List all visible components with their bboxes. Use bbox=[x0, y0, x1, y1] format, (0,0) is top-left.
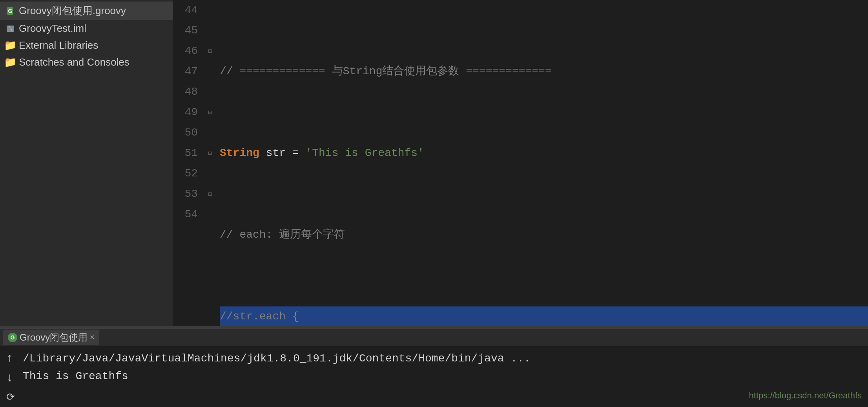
bottom-panel: G Groovy闭包使用 × ↑ ↓ ⟳ /Library/Java/JavaV… bbox=[0, 328, 868, 407]
code-area[interactable]: 44 45 46 47 48 49 50 51 52 53 54 ⊟ ⊟ bbox=[173, 0, 868, 326]
code-line-46: // each: 遍历每个字符 bbox=[220, 225, 868, 245]
code-line-44: // ============= 与String结合使用包参数 ========… bbox=[220, 61, 868, 82]
run-tab[interactable]: G Groovy闭包使用 × bbox=[3, 330, 99, 345]
fold-48 bbox=[204, 82, 216, 102]
external-libs-icon: 📁 bbox=[5, 40, 16, 51]
fold-50 bbox=[204, 123, 216, 143]
sidebar-item-external-libs[interactable]: 📁 External Libraries bbox=[0, 37, 173, 54]
main-area: G Groovy闭包使用.groovy 🔧 GroovyTest.iml 📁 E… bbox=[0, 0, 868, 326]
run-tab-label: Groovy闭包使用 bbox=[20, 331, 88, 344]
bottom-tabs: G Groovy闭包使用 × bbox=[0, 329, 868, 346]
code-editor: 44 45 46 47 48 49 50 51 52 53 54 ⊟ ⊟ bbox=[173, 0, 868, 326]
sidebar-item-label-scratches: Scratches and Consoles bbox=[19, 56, 129, 68]
bottom-output: /Library/Java/JavaVirtualMachines/jdk1.8… bbox=[23, 350, 741, 385]
fold-53[interactable]: ⊟ bbox=[204, 184, 216, 204]
sidebar-item-groovytest[interactable]: 🔧 GroovyTest.iml bbox=[0, 20, 173, 37]
groovy-file-icon: G bbox=[5, 6, 16, 16]
run-tab-close[interactable]: × bbox=[90, 333, 95, 342]
fold-46[interactable]: ⊟ bbox=[204, 41, 216, 61]
bottom-content: ↑ ↓ ⟳ /Library/Java/JavaVirtualMachines/… bbox=[0, 346, 868, 407]
bottom-link[interactable]: https://blog.csdn.net/Greathfs bbox=[749, 390, 862, 403]
fold-51[interactable]: ⊟ bbox=[204, 143, 216, 163]
line47-content: //str.each { bbox=[220, 306, 299, 326]
line45-var: str = bbox=[259, 143, 306, 163]
scroll-down-button[interactable]: ↓ bbox=[6, 371, 15, 385]
sidebar-item-scratches[interactable]: 📁 Scratches and Consoles bbox=[0, 54, 173, 71]
run-tab-icon: G bbox=[8, 333, 17, 342]
sidebar: G Groovy闭包使用.groovy 🔧 GroovyTest.iml 📁 E… bbox=[0, 0, 173, 326]
line44-content: // ============= 与String结合使用包参数 ========… bbox=[220, 61, 552, 82]
line-numbers: 44 45 46 47 48 49 50 51 52 53 54 bbox=[173, 0, 204, 326]
sidebar-item-groovy-file[interactable]: G Groovy闭包使用.groovy bbox=[0, 2, 173, 20]
output-result: This is Greathfs bbox=[23, 368, 741, 385]
scratches-icon: 📁 bbox=[5, 57, 16, 68]
fold-gutter: ⊟ ⊟ ⊟ ⊟ bbox=[204, 0, 216, 326]
sidebar-item-label-ext: External Libraries bbox=[19, 39, 98, 51]
code-line-45: String str = 'This is Greathfs' bbox=[220, 143, 868, 163]
fold-45 bbox=[204, 20, 216, 41]
code-lines[interactable]: // ============= 与String结合使用包参数 ========… bbox=[216, 0, 868, 326]
iml-file-icon: 🔧 bbox=[5, 23, 16, 34]
sidebar-item-label-groovy: Groovy闭包使用.groovy bbox=[19, 4, 126, 18]
fold-47 bbox=[204, 61, 216, 82]
code-line-47: //str.each { bbox=[220, 306, 868, 326]
line45-kw: String bbox=[220, 143, 259, 163]
sidebar-item-label-iml: GroovyTest.iml bbox=[19, 22, 86, 35]
line45-str: 'This is Greathfs' bbox=[305, 143, 424, 163]
scroll-up-button[interactable]: ↑ bbox=[6, 352, 15, 365]
rerun-button[interactable]: ⟳ bbox=[6, 391, 15, 403]
output-path: /Library/Java/JavaVirtualMachines/jdk1.8… bbox=[23, 350, 741, 368]
run-controls: ↑ ↓ ⟳ bbox=[6, 350, 15, 403]
line46-content: // each: 遍历每个字符 bbox=[220, 225, 345, 245]
fold-52 bbox=[204, 163, 216, 184]
fold-54 bbox=[204, 204, 216, 225]
fold-44 bbox=[204, 0, 216, 20]
fold-49[interactable]: ⊟ bbox=[204, 102, 216, 123]
